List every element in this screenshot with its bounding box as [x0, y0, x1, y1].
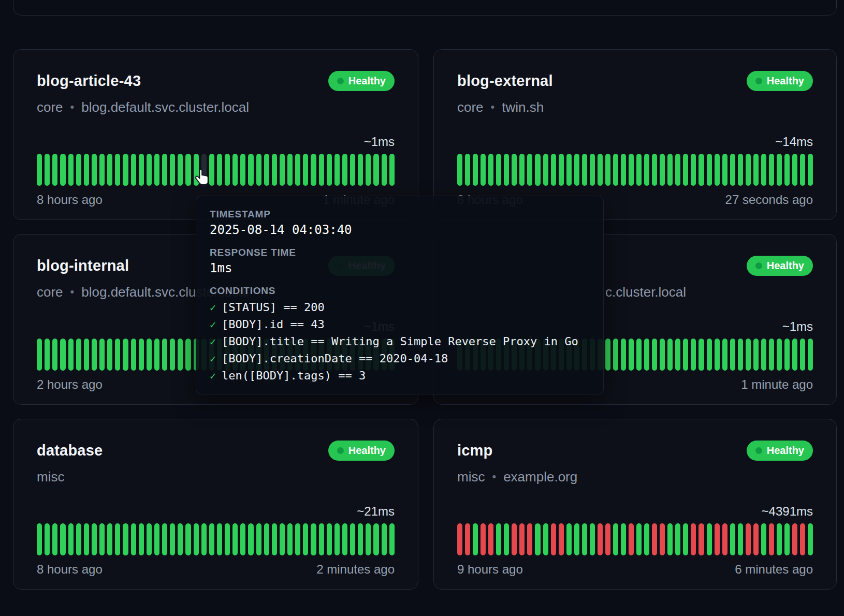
uptime-bar[interactable]: [746, 523, 751, 555]
uptime-bar[interactable]: [185, 154, 191, 186]
uptime-bar[interactable]: [170, 154, 175, 186]
uptime-bar[interactable]: [621, 523, 626, 555]
uptime-bar[interactable]: [225, 523, 230, 555]
uptime-bar[interactable]: [636, 523, 642, 555]
uptime-bar[interactable]: [582, 523, 587, 555]
uptime-bar[interactable]: [652, 339, 657, 371]
uptime-bar[interactable]: [84, 523, 89, 555]
uptime-bar[interactable]: [488, 523, 493, 555]
uptime-bar[interactable]: [68, 339, 74, 371]
uptime-bar[interactable]: [139, 339, 144, 371]
uptime-bar[interactable]: [225, 154, 230, 186]
uptime-bars[interactable]: [37, 154, 395, 186]
uptime-bar[interactable]: [131, 154, 136, 186]
uptime-bar[interactable]: [366, 523, 371, 555]
uptime-bar[interactable]: [613, 339, 618, 371]
uptime-bar[interactable]: [465, 523, 470, 555]
uptime-bar[interactable]: [715, 339, 720, 371]
uptime-bars[interactable]: [457, 154, 813, 186]
uptime-bar[interactable]: [792, 523, 797, 555]
uptime-bar[interactable]: [784, 154, 790, 186]
uptime-bar[interactable]: [722, 523, 727, 555]
uptime-bar[interactable]: [382, 523, 387, 555]
uptime-bar[interactable]: [519, 523, 525, 555]
uptime-bar[interactable]: [504, 154, 509, 186]
uptime-bar[interactable]: [358, 154, 363, 186]
uptime-bar[interactable]: [217, 154, 222, 186]
uptime-bar[interactable]: [123, 523, 128, 555]
uptime-bar[interactable]: [699, 523, 704, 555]
uptime-bar[interactable]: [334, 154, 340, 186]
uptime-bar[interactable]: [566, 154, 572, 186]
uptime-bar[interactable]: [769, 523, 774, 555]
uptime-bar[interactable]: [808, 154, 813, 186]
uptime-bar[interactable]: [707, 523, 712, 555]
uptime-bar[interactable]: [99, 339, 105, 371]
uptime-bar[interactable]: [512, 523, 517, 555]
uptime-bar[interactable]: [605, 154, 610, 186]
uptime-bar[interactable]: [256, 154, 261, 186]
uptime-bar[interactable]: [644, 339, 649, 371]
uptime-bar[interactable]: [761, 339, 766, 371]
endpoint-card-blog-external[interactable]: blog-external Healthy core • twin.sh ~14…: [433, 49, 837, 220]
uptime-bar[interactable]: [295, 523, 300, 555]
uptime-bar[interactable]: [707, 154, 712, 186]
uptime-bar[interactable]: [264, 523, 269, 555]
uptime-bar[interactable]: [551, 523, 556, 555]
uptime-bar[interactable]: [295, 154, 300, 186]
uptime-bar[interactable]: [303, 523, 308, 555]
uptime-bar[interactable]: [76, 523, 81, 555]
uptime-bar[interactable]: [115, 523, 120, 555]
uptime-bar[interactable]: [240, 154, 245, 186]
uptime-bar[interactable]: [465, 154, 470, 186]
uptime-bar[interactable]: [559, 523, 564, 555]
uptime-bar[interactable]: [738, 339, 743, 371]
uptime-bar[interactable]: [808, 523, 813, 555]
uptime-bar[interactable]: [738, 154, 743, 186]
uptime-bar[interactable]: [660, 523, 665, 555]
uptime-bar[interactable]: [303, 154, 308, 186]
uptime-bar[interactable]: [107, 339, 112, 371]
uptime-bar[interactable]: [590, 523, 595, 555]
uptime-bar[interactable]: [605, 523, 610, 555]
uptime-bar[interactable]: [131, 339, 136, 371]
uptime-bar[interactable]: [178, 154, 183, 186]
uptime-bar[interactable]: [667, 154, 673, 186]
endpoint-card-database[interactable]: database Healthy misc ~21ms 8 hours ago …: [13, 419, 418, 590]
uptime-bar[interactable]: [178, 523, 183, 555]
uptime-bar[interactable]: [769, 154, 774, 186]
uptime-bar[interactable]: [60, 339, 65, 371]
uptime-bar[interactable]: [784, 339, 790, 371]
uptime-bar[interactable]: [147, 523, 152, 555]
uptime-bar[interactable]: [147, 154, 152, 186]
uptime-bar[interactable]: [37, 339, 42, 371]
uptime-bar[interactable]: [598, 523, 603, 555]
uptime-bar[interactable]: [730, 154, 735, 186]
uptime-bar[interactable]: [131, 523, 136, 555]
uptime-bar[interactable]: [691, 154, 696, 186]
uptime-bar[interactable]: [52, 523, 57, 555]
uptime-bar[interactable]: [280, 154, 285, 186]
uptime-bar[interactable]: [92, 523, 97, 555]
uptime-bar[interactable]: [154, 339, 159, 371]
uptime-bar[interactable]: [800, 154, 805, 186]
uptime-bar[interactable]: [753, 154, 759, 186]
uptime-bar[interactable]: [800, 523, 805, 555]
uptime-bar[interactable]: [319, 523, 324, 555]
uptime-bars[interactable]: [457, 523, 813, 555]
uptime-bar[interactable]: [792, 339, 797, 371]
uptime-bar[interactable]: [566, 523, 572, 555]
uptime-bar[interactable]: [574, 523, 579, 555]
uptime-bar[interactable]: [37, 154, 42, 186]
uptime-bar[interactable]: [683, 154, 688, 186]
uptime-bar[interactable]: [178, 339, 183, 371]
uptime-bar[interactable]: [753, 523, 759, 555]
uptime-bar[interactable]: [691, 339, 696, 371]
uptime-bar[interactable]: [675, 154, 680, 186]
uptime-bar[interactable]: [613, 154, 618, 186]
uptime-bar[interactable]: [92, 154, 97, 186]
uptime-bar[interactable]: [473, 523, 478, 555]
uptime-bar[interactable]: [457, 523, 462, 555]
uptime-bar[interactable]: [201, 523, 207, 555]
uptime-bar[interactable]: [319, 154, 324, 186]
